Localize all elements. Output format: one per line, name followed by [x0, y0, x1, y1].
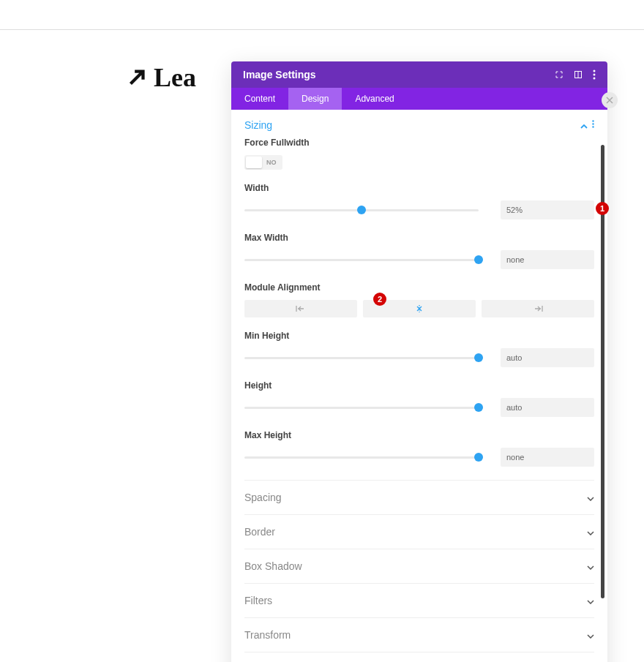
callout-1: 1: [596, 202, 609, 215]
max-height-slider[interactable]: [244, 456, 479, 459]
svg-point-6: [592, 126, 594, 127]
tab-advanced[interactable]: Advanced: [342, 88, 407, 110]
height-label: Height: [244, 380, 594, 391]
force-fullwidth-toggle[interactable]: NO: [244, 155, 282, 170]
align-right-button[interactable]: [482, 300, 594, 317]
animation-section[interactable]: Animation: [244, 652, 594, 662]
chevron-down-icon: [587, 628, 594, 642]
svg-point-5: [592, 123, 594, 124]
chevron-down-icon: [587, 594, 594, 607]
chevron-down-icon: [587, 560, 594, 573]
box-shadow-section[interactable]: Box Shadow: [244, 549, 594, 583]
filters-title: Filters: [244, 595, 272, 606]
panel-split-icon[interactable]: [574, 70, 583, 79]
toggle-value: NO: [262, 159, 281, 166]
svg-point-1: [594, 70, 596, 72]
width-input[interactable]: [501, 200, 594, 219]
chevron-down-icon: [587, 525, 594, 538]
tab-design[interactable]: Design: [288, 88, 342, 110]
min-height-input[interactable]: [501, 348, 594, 367]
spacing-section[interactable]: Spacing: [244, 480, 594, 514]
collapse-sizing-icon[interactable]: [580, 119, 588, 132]
max-height-input[interactable]: [501, 448, 594, 467]
tab-content[interactable]: Content: [231, 88, 288, 110]
image-settings-panel: Image Settings Content Design Advanced S…: [231, 61, 607, 662]
max-height-label: Max Height: [244, 430, 594, 440]
svg-point-2: [594, 74, 596, 76]
callout-2: 2: [373, 293, 386, 306]
border-title: Border: [244, 526, 275, 538]
close-panel-button[interactable]: [602, 92, 618, 108]
border-section[interactable]: Border: [244, 514, 594, 549]
min-height-label: Min Height: [244, 331, 594, 341]
svg-point-4: [592, 120, 594, 121]
transform-section[interactable]: Transform: [244, 617, 594, 652]
align-left-button[interactable]: [244, 300, 357, 317]
module-alignment-label: Module Alignment: [244, 282, 594, 293]
svg-point-3: [594, 78, 596, 80]
force-fullwidth-label: Force Fullwidth: [244, 138, 594, 148]
width-label: Width: [244, 183, 594, 193]
sizing-options-icon[interactable]: [592, 120, 594, 130]
panel-header: Image Settings: [231, 61, 607, 88]
filters-section[interactable]: Filters: [244, 583, 594, 617]
chevron-down-icon: [587, 491, 594, 504]
logo-text: Lea: [154, 62, 196, 93]
expand-icon[interactable]: [555, 70, 564, 79]
panel-title: Image Settings: [243, 69, 555, 80]
site-logo: Lea: [124, 62, 196, 93]
vertical-dots-icon[interactable]: [593, 69, 596, 80]
max-width-label: Max Width: [244, 233, 594, 243]
transform-title: Transform: [244, 629, 291, 641]
width-slider[interactable]: [244, 209, 479, 211]
height-input[interactable]: [501, 398, 594, 417]
spacing-title: Spacing: [244, 492, 282, 503]
max-width-slider[interactable]: [244, 259, 479, 261]
panel-tabs: Content Design Advanced: [231, 88, 607, 110]
sizing-section-title: Sizing: [244, 119, 272, 131]
min-height-slider[interactable]: [244, 357, 479, 359]
arrow-up-right-icon: [124, 65, 149, 90]
height-slider[interactable]: [244, 407, 479, 409]
max-width-input[interactable]: [501, 250, 594, 269]
box-shadow-title: Box Shadow: [244, 560, 302, 572]
